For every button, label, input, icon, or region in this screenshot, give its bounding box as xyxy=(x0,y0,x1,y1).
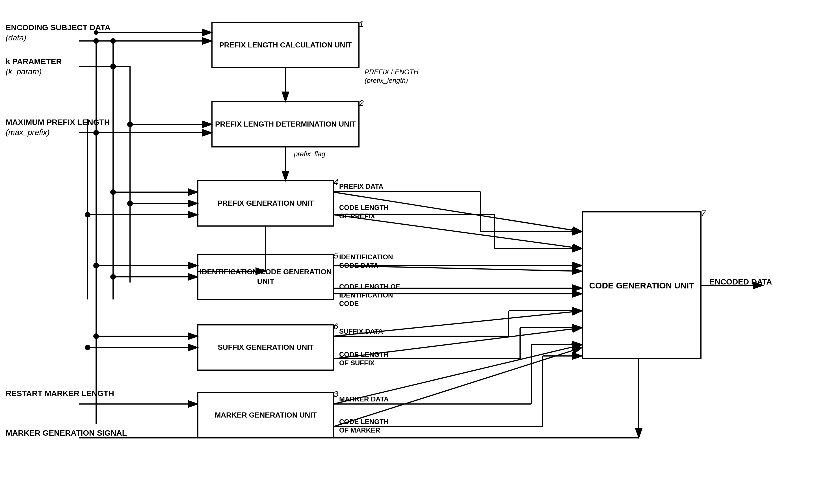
svg-point-17 xyxy=(110,63,116,69)
svg-point-33 xyxy=(85,212,90,217)
block4-number: 4 xyxy=(334,178,338,187)
block4-label: PREFIX GENERATION UNIT xyxy=(198,181,334,226)
block1-label: PREFIX LENGTH CALCULATION UNIT xyxy=(212,22,359,68)
svg-point-35 xyxy=(93,263,99,268)
block2-number: 2 xyxy=(359,98,364,108)
id-code-data-signal: IDENTIFICATIONCODE DATA xyxy=(339,253,393,270)
marker-generation-signal-label: MARKER GENERATION SIGNAL xyxy=(6,428,127,438)
svg-point-29 xyxy=(110,189,116,195)
svg-point-37 xyxy=(110,274,116,280)
block6-number: 6 xyxy=(334,321,338,331)
diagram: ENCODING SUBJECT DATA (data) k PARAMETER… xyxy=(0,0,827,504)
k-parameter-label: k PARAMETER (k_param) xyxy=(6,56,62,77)
block7-label: CODE GENERATION UNIT xyxy=(582,212,701,359)
svg-point-41 xyxy=(93,333,99,339)
code-length-id-code-signal: CODE LENGTH OFIDENTIFICATIONCODE xyxy=(339,283,400,308)
block1-number: 1 xyxy=(359,19,364,29)
block3-label: MARKER GENERATION UNIT xyxy=(198,393,334,438)
prefix-length-signal: PREFIX LENGTH (prefix_length) xyxy=(364,68,419,85)
block5-label: IDENTIFICATION CODE GENERATION UNIT xyxy=(198,254,334,299)
block5-number: 5 xyxy=(334,251,338,260)
marker-data-signal: MARKER DATA xyxy=(339,395,389,403)
code-length-prefix-signal: CODE LENGTHOF PREFIX xyxy=(339,203,389,220)
restart-marker-length-label: RESTART MARKER LENGTH xyxy=(6,389,114,399)
block3-number: 3 xyxy=(334,389,338,399)
block2-label: PREFIX LENGTH DETERMINATION UNIT xyxy=(212,102,359,147)
prefix-data-signal: PREFIX DATA xyxy=(339,182,383,191)
suffix-data-signal: SUFFIX DATA xyxy=(339,327,383,336)
svg-point-25 xyxy=(127,121,133,127)
code-length-marker-signal: CODE LENGTHOF MARKER xyxy=(339,417,389,435)
encoding-subject-data-label: ENCODING SUBJECT DATA (data) xyxy=(6,22,110,43)
svg-point-31 xyxy=(127,201,133,206)
max-prefix-length-label: MAXIMUM PREFIX LENGTH (max_prefix) xyxy=(6,117,110,138)
svg-point-43 xyxy=(85,345,90,350)
block7-number: 7 xyxy=(701,208,706,218)
code-length-suffix-signal: CODE LENGTHOF SUFFIX xyxy=(339,350,389,367)
encoded-data-signal: ENCODED DATA xyxy=(710,277,772,287)
prefix-flag-signal: prefix_flag xyxy=(294,150,325,158)
block6-label: SUFFIX GENERATION UNIT xyxy=(198,325,334,370)
